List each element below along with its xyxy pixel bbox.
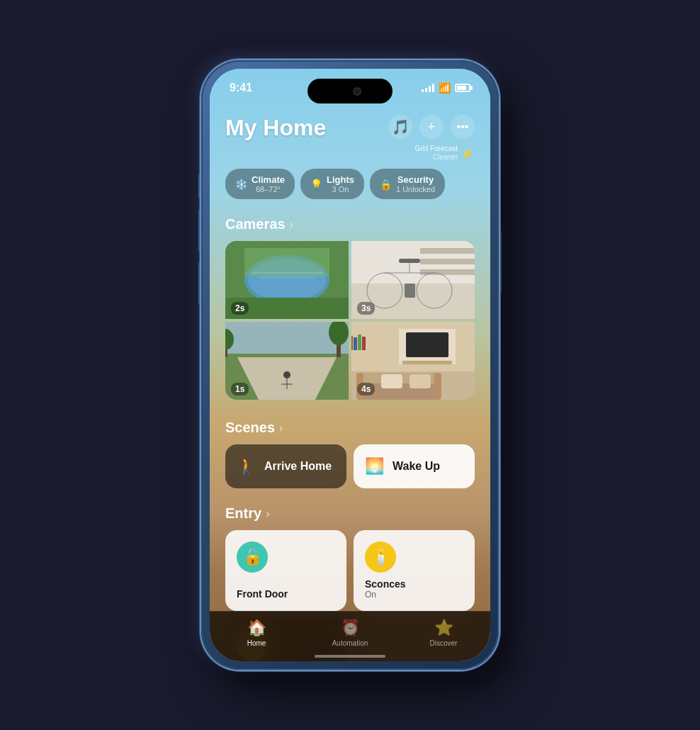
waveform-icon: 🎵 <box>392 118 410 135</box>
front-door-icon: 🔓 <box>237 541 268 573</box>
svg-rect-34 <box>358 335 361 350</box>
pill-climate[interactable]: ❄️ Climate 68–72° <box>225 169 295 199</box>
cameras-grid: 2s <box>225 241 475 400</box>
svg-rect-9 <box>420 248 475 254</box>
status-icons: 📶 <box>422 82 470 94</box>
power-button[interactable] <box>499 230 502 294</box>
lights-sub: 3 On <box>327 185 354 193</box>
more-button[interactable]: ••• <box>451 115 475 139</box>
tab-bar: 🏠 Home ⏰ Automation ⭐ Discover <box>210 611 490 661</box>
tab-home[interactable]: 🏠 Home <box>235 619 278 647</box>
app-content[interactable]: My Home 🎵 + ••• <box>210 108 490 661</box>
dynamic-island <box>307 79 393 103</box>
lights-label: Lights <box>327 174 354 185</box>
svg-point-24 <box>283 371 290 378</box>
waveform-button[interactable]: 🎵 <box>388 115 412 139</box>
add-button[interactable]: + <box>419 115 444 139</box>
svg-rect-4 <box>244 248 329 276</box>
grid-forecast-badge: Grid Forecast Cleaner ⚡ <box>414 145 475 162</box>
camera-pool[interactable]: 2s <box>225 241 349 319</box>
camera-pool-label: 2s <box>231 302 249 315</box>
cameras-section-header[interactable]: Cameras › <box>210 210 490 241</box>
camera-living-label: 4s <box>357 383 375 395</box>
svg-rect-31 <box>402 361 452 364</box>
cameras-arrow: › <box>290 218 293 231</box>
security-label: Security <box>396 174 435 185</box>
svg-rect-39 <box>434 373 441 400</box>
svg-rect-17 <box>405 283 415 298</box>
svg-rect-35 <box>362 337 366 350</box>
scenes-arrow: › <box>279 422 283 434</box>
automation-tab-label: Automation <box>332 639 368 647</box>
camera-gym[interactable]: 3s <box>351 241 475 319</box>
arrive-home-label: Arrive Home <box>264 460 332 473</box>
lights-icon: 💡 <box>310 179 322 190</box>
wake-up-scene[interactable]: 🌅 Wake Up <box>354 444 475 488</box>
phone-frame: 9:41 📶 My H <box>201 60 499 670</box>
discover-tab-label: Discover <box>430 639 458 647</box>
camera-living[interactable]: 4s <box>351 322 475 400</box>
lightning-icon: ⚡ <box>461 147 475 160</box>
entry-arrow: › <box>266 507 269 520</box>
camera-gym-label: 3s <box>357 302 375 315</box>
home-indicator <box>315 655 385 658</box>
wifi-icon: 📶 <box>439 82 451 94</box>
svg-rect-33 <box>354 337 357 350</box>
security-sub: 1 Unlocked <box>396 185 435 193</box>
page-title: My Home <box>225 115 326 141</box>
pill-security[interactable]: 🔒 Security 1 Unlocked <box>370 169 445 199</box>
arrive-home-icon: 🚶 <box>237 457 256 476</box>
svg-rect-30 <box>406 332 448 357</box>
entry-section-header[interactable]: Entry › <box>210 500 490 530</box>
climate-label: Climate <box>252 174 285 185</box>
phone-screen: 9:41 📶 My H <box>210 69 490 661</box>
svg-rect-32 <box>351 336 353 350</box>
scenes-title: Scenes <box>225 420 275 436</box>
discover-tab-icon: ⭐ <box>434 619 453 637</box>
security-icon: 🔒 <box>380 179 392 190</box>
sconces-icon: 🕯️ <box>365 541 396 573</box>
plus-icon: + <box>428 120 436 135</box>
svg-rect-10 <box>420 259 475 264</box>
cameras-title: Cameras <box>225 216 286 232</box>
arrive-home-scene[interactable]: 🚶 Arrive Home <box>225 444 346 488</box>
more-icon: ••• <box>457 120 469 133</box>
home-tab-icon: 🏠 <box>247 619 266 637</box>
category-pills: ❄️ Climate 68–72° 💡 Lights 3 On <box>210 169 490 210</box>
tab-discover[interactable]: ⭐ Discover <box>422 619 465 647</box>
front-door-name: Front Door <box>237 588 335 600</box>
svg-rect-40 <box>381 374 402 388</box>
wake-up-label: Wake Up <box>393 460 440 473</box>
tab-automation[interactable]: ⏰ Automation <box>329 619 371 647</box>
scenes-section-header[interactable]: Scenes › <box>210 414 490 444</box>
sconces-sub: On <box>365 590 463 600</box>
svg-rect-16 <box>399 259 420 263</box>
battery-icon <box>455 84 470 92</box>
home-tab-label: Home <box>247 639 266 647</box>
pill-lights[interactable]: 💡 Lights 3 On <box>300 169 364 199</box>
app-header: My Home 🎵 + ••• <box>210 108 490 169</box>
wake-up-icon: 🌅 <box>365 457 384 476</box>
svg-rect-41 <box>410 374 431 388</box>
front-camera <box>353 87 361 96</box>
entry-title: Entry <box>225 505 261 522</box>
scenes-container: 🚶 Arrive Home 🌅 Wake Up <box>210 444 490 500</box>
sconces-card[interactable]: 🕯️ Sconces On <box>354 530 475 611</box>
climate-icon: ❄️ <box>235 179 247 190</box>
front-door-card[interactable]: 🔓 Front Door <box>225 530 346 611</box>
camera-driveway-label: 1s <box>231 383 249 395</box>
grid-forecast-label: Grid Forecast <box>414 145 458 153</box>
grid-forecast-sub: Cleaner <box>414 153 458 162</box>
automation-tab-icon: ⏰ <box>341 619 360 637</box>
signal-icon <box>422 84 434 92</box>
status-time: 9:41 <box>230 82 252 94</box>
climate-sub: 68–72° <box>252 185 285 193</box>
camera-driveway[interactable]: 1s <box>225 322 349 400</box>
phone-container: 9:41 📶 My H <box>201 60 499 670</box>
sconces-name: Sconces <box>365 578 463 590</box>
